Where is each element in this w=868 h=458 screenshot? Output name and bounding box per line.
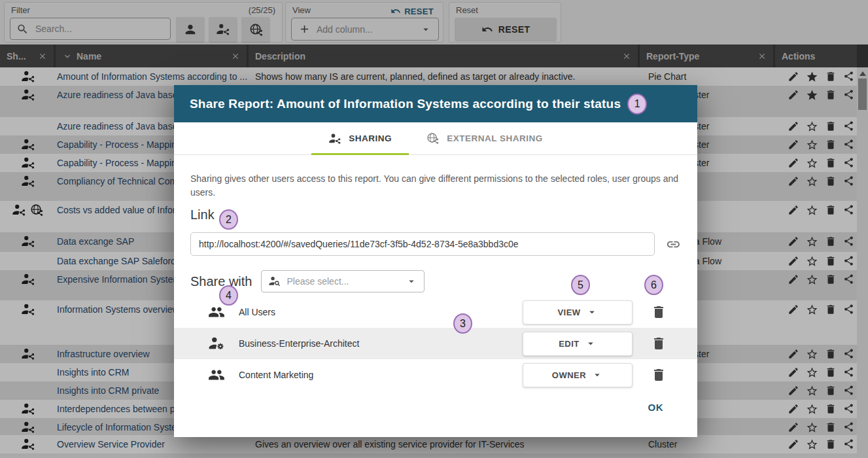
trash-icon (651, 367, 667, 383)
remove-share-icon[interactable] (651, 336, 667, 351)
share-report-dialog: Share Report: Amount of Information Syst… (174, 85, 697, 437)
annotation-badge-6: 6 (644, 275, 663, 295)
trash-icon (651, 304, 667, 320)
tab-sharing[interactable]: SHARING (311, 122, 409, 154)
annotation-badge-5: 5 (571, 275, 590, 295)
share-target-name: Business-Enterprise-Architect (239, 338, 359, 349)
link-heading: Link (190, 207, 681, 222)
annotation-badge-1: 1 (627, 94, 647, 114)
share-permissions-list: All UsersVIEWBusiness-Enterprise-Archite… (174, 296, 697, 391)
annotation-badge-2: 2 (219, 209, 238, 230)
person-search-icon (268, 275, 281, 288)
permission-dropdown[interactable]: VIEW (523, 300, 633, 325)
link-row (190, 232, 681, 256)
dialog-header: Share Report: Amount of Information Syst… (174, 85, 697, 122)
tab-external-sharing[interactable]: EXTERNAL SHARING (409, 122, 560, 154)
share-permission-row: Content MarketingOWNER (174, 359, 697, 391)
group-icon (208, 366, 225, 383)
person-share-icon (328, 132, 341, 145)
dialog-body: Sharing gives other users access to this… (174, 172, 697, 414)
dialog-footer: OK (190, 401, 681, 414)
caret-icon (586, 306, 598, 318)
share-permission-row: All UsersVIEW (174, 296, 697, 328)
share-target-name: All Users (239, 307, 275, 317)
permission-dropdown[interactable]: EDIT (523, 332, 633, 356)
chevron-down-icon (406, 275, 417, 287)
share-target-select[interactable]: Please select... (261, 270, 425, 292)
group-icon (208, 366, 225, 383)
annotation-badge-4: 4 (219, 285, 238, 306)
group-icon (208, 304, 225, 321)
globe-share-icon (426, 132, 440, 145)
share-permission-row: Business-Enterprise-ArchitectEDIT (174, 328, 697, 359)
share-with-heading: Share with (190, 274, 252, 289)
annotation-badge-3: 3 (453, 313, 472, 334)
share-target-name: Content Marketing (239, 370, 313, 380)
remove-share-icon[interactable] (651, 304, 667, 320)
group-icon (208, 304, 225, 321)
link-icon[interactable] (666, 237, 681, 252)
remove-share-icon[interactable] (651, 367, 667, 383)
person-gear-icon (208, 335, 225, 352)
trash-icon (651, 336, 667, 351)
share-link-input[interactable] (190, 232, 655, 256)
share-select-placeholder: Please select... (287, 276, 349, 287)
dialog-tabs: SHARING EXTERNAL SHARING (174, 122, 697, 155)
person-gear-icon (208, 335, 225, 352)
share-with-row: Share with Please select... (190, 270, 681, 292)
caret-icon (591, 369, 603, 381)
sharing-description-text: Sharing gives other users access to this… (190, 172, 680, 200)
dialog-title: Share Report: Amount of Information Syst… (190, 97, 621, 111)
ok-button[interactable]: OK (644, 401, 668, 414)
caret-icon (585, 338, 597, 349)
permission-dropdown[interactable]: OWNER (523, 363, 633, 387)
